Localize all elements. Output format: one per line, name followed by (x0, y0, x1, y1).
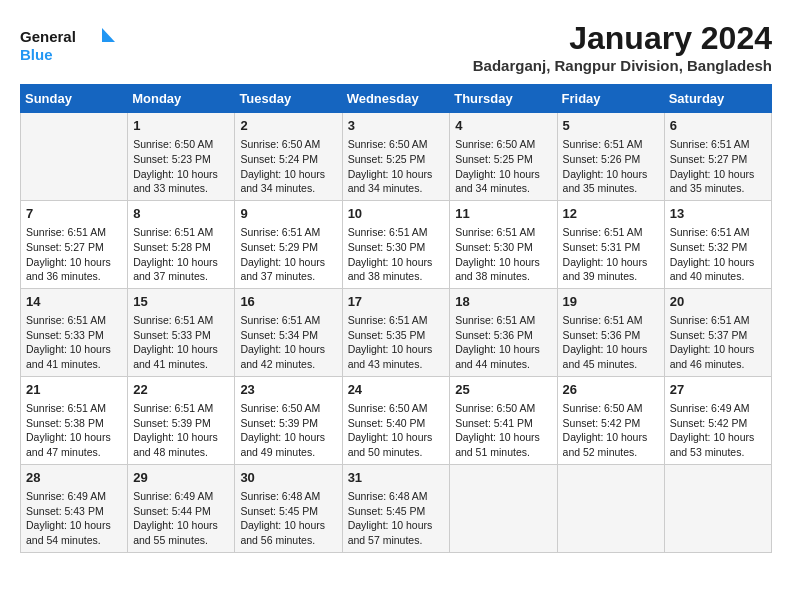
calendar-cell: 19Sunrise: 6:51 AM Sunset: 5:36 PM Dayli… (557, 288, 664, 376)
calendar-cell: 4Sunrise: 6:50 AM Sunset: 5:25 PM Daylig… (450, 113, 557, 201)
day-number: 6 (670, 117, 766, 135)
day-info: Sunrise: 6:51 AM Sunset: 5:36 PM Dayligh… (563, 313, 659, 372)
day-number: 17 (348, 293, 445, 311)
calendar-cell: 27Sunrise: 6:49 AM Sunset: 5:42 PM Dayli… (664, 376, 771, 464)
calendar-cell: 8Sunrise: 6:51 AM Sunset: 5:28 PM Daylig… (128, 200, 235, 288)
day-number: 29 (133, 469, 229, 487)
day-number: 26 (563, 381, 659, 399)
day-info: Sunrise: 6:51 AM Sunset: 5:35 PM Dayligh… (348, 313, 445, 372)
day-number: 23 (240, 381, 336, 399)
weekday-header-sunday: Sunday (21, 85, 128, 113)
calendar-cell: 23Sunrise: 6:50 AM Sunset: 5:39 PM Dayli… (235, 376, 342, 464)
day-number: 16 (240, 293, 336, 311)
day-number: 10 (348, 205, 445, 223)
week-row-3: 14Sunrise: 6:51 AM Sunset: 5:33 PM Dayli… (21, 288, 772, 376)
calendar-cell: 10Sunrise: 6:51 AM Sunset: 5:30 PM Dayli… (342, 200, 450, 288)
calendar-cell: 30Sunrise: 6:48 AM Sunset: 5:45 PM Dayli… (235, 464, 342, 552)
day-info: Sunrise: 6:50 AM Sunset: 5:23 PM Dayligh… (133, 137, 229, 196)
day-number: 11 (455, 205, 551, 223)
day-number: 5 (563, 117, 659, 135)
day-info: Sunrise: 6:51 AM Sunset: 5:30 PM Dayligh… (455, 225, 551, 284)
calendar-cell: 3Sunrise: 6:50 AM Sunset: 5:25 PM Daylig… (342, 113, 450, 201)
day-info: Sunrise: 6:51 AM Sunset: 5:27 PM Dayligh… (670, 137, 766, 196)
logo-svg: General Blue (20, 20, 120, 70)
weekday-header-monday: Monday (128, 85, 235, 113)
day-number: 4 (455, 117, 551, 135)
calendar-cell: 11Sunrise: 6:51 AM Sunset: 5:30 PM Dayli… (450, 200, 557, 288)
day-number: 30 (240, 469, 336, 487)
day-info: Sunrise: 6:50 AM Sunset: 5:42 PM Dayligh… (563, 401, 659, 460)
day-number: 18 (455, 293, 551, 311)
weekday-header-row: SundayMondayTuesdayWednesdayThursdayFrid… (21, 85, 772, 113)
calendar-cell: 31Sunrise: 6:48 AM Sunset: 5:45 PM Dayli… (342, 464, 450, 552)
day-number: 31 (348, 469, 445, 487)
day-info: Sunrise: 6:51 AM Sunset: 5:33 PM Dayligh… (133, 313, 229, 372)
calendar-cell: 17Sunrise: 6:51 AM Sunset: 5:35 PM Dayli… (342, 288, 450, 376)
weekday-header-thursday: Thursday (450, 85, 557, 113)
calendar-cell: 18Sunrise: 6:51 AM Sunset: 5:36 PM Dayli… (450, 288, 557, 376)
svg-text:Blue: Blue (20, 46, 53, 63)
day-info: Sunrise: 6:49 AM Sunset: 5:44 PM Dayligh… (133, 489, 229, 548)
day-info: Sunrise: 6:51 AM Sunset: 5:28 PM Dayligh… (133, 225, 229, 284)
day-number: 28 (26, 469, 122, 487)
logo: General Blue (20, 20, 120, 70)
day-number: 22 (133, 381, 229, 399)
day-number: 21 (26, 381, 122, 399)
calendar-cell: 22Sunrise: 6:51 AM Sunset: 5:39 PM Dayli… (128, 376, 235, 464)
day-info: Sunrise: 6:51 AM Sunset: 5:37 PM Dayligh… (670, 313, 766, 372)
day-info: Sunrise: 6:51 AM Sunset: 5:27 PM Dayligh… (26, 225, 122, 284)
day-number: 15 (133, 293, 229, 311)
day-info: Sunrise: 6:51 AM Sunset: 5:33 PM Dayligh… (26, 313, 122, 372)
calendar-cell: 15Sunrise: 6:51 AM Sunset: 5:33 PM Dayli… (128, 288, 235, 376)
day-info: Sunrise: 6:51 AM Sunset: 5:31 PM Dayligh… (563, 225, 659, 284)
day-info: Sunrise: 6:51 AM Sunset: 5:36 PM Dayligh… (455, 313, 551, 372)
calendar-cell: 9Sunrise: 6:51 AM Sunset: 5:29 PM Daylig… (235, 200, 342, 288)
calendar-cell: 21Sunrise: 6:51 AM Sunset: 5:38 PM Dayli… (21, 376, 128, 464)
day-info: Sunrise: 6:51 AM Sunset: 5:26 PM Dayligh… (563, 137, 659, 196)
day-number: 1 (133, 117, 229, 135)
calendar-cell: 5Sunrise: 6:51 AM Sunset: 5:26 PM Daylig… (557, 113, 664, 201)
calendar-cell: 1Sunrise: 6:50 AM Sunset: 5:23 PM Daylig… (128, 113, 235, 201)
day-number: 7 (26, 205, 122, 223)
week-row-4: 21Sunrise: 6:51 AM Sunset: 5:38 PM Dayli… (21, 376, 772, 464)
calendar-cell: 25Sunrise: 6:50 AM Sunset: 5:41 PM Dayli… (450, 376, 557, 464)
calendar-cell: 7Sunrise: 6:51 AM Sunset: 5:27 PM Daylig… (21, 200, 128, 288)
svg-text:General: General (20, 28, 76, 45)
day-info: Sunrise: 6:50 AM Sunset: 5:41 PM Dayligh… (455, 401, 551, 460)
day-info: Sunrise: 6:51 AM Sunset: 5:29 PM Dayligh… (240, 225, 336, 284)
day-info: Sunrise: 6:48 AM Sunset: 5:45 PM Dayligh… (348, 489, 445, 548)
calendar-cell: 28Sunrise: 6:49 AM Sunset: 5:43 PM Dayli… (21, 464, 128, 552)
weekday-header-tuesday: Tuesday (235, 85, 342, 113)
title-block: January 2024 Badarganj, Rangpur Division… (473, 20, 772, 74)
day-info: Sunrise: 6:51 AM Sunset: 5:34 PM Dayligh… (240, 313, 336, 372)
day-number: 2 (240, 117, 336, 135)
day-number: 25 (455, 381, 551, 399)
calendar-cell (664, 464, 771, 552)
calendar-table: SundayMondayTuesdayWednesdayThursdayFrid… (20, 84, 772, 553)
day-info: Sunrise: 6:48 AM Sunset: 5:45 PM Dayligh… (240, 489, 336, 548)
calendar-cell: 14Sunrise: 6:51 AM Sunset: 5:33 PM Dayli… (21, 288, 128, 376)
day-info: Sunrise: 6:51 AM Sunset: 5:32 PM Dayligh… (670, 225, 766, 284)
day-info: Sunrise: 6:50 AM Sunset: 5:24 PM Dayligh… (240, 137, 336, 196)
week-row-1: 1Sunrise: 6:50 AM Sunset: 5:23 PM Daylig… (21, 113, 772, 201)
month-title: January 2024 (473, 20, 772, 57)
calendar-cell (450, 464, 557, 552)
day-number: 24 (348, 381, 445, 399)
day-number: 14 (26, 293, 122, 311)
day-info: Sunrise: 6:50 AM Sunset: 5:40 PM Dayligh… (348, 401, 445, 460)
day-info: Sunrise: 6:50 AM Sunset: 5:25 PM Dayligh… (455, 137, 551, 196)
day-info: Sunrise: 6:51 AM Sunset: 5:30 PM Dayligh… (348, 225, 445, 284)
calendar-cell: 26Sunrise: 6:50 AM Sunset: 5:42 PM Dayli… (557, 376, 664, 464)
day-number: 13 (670, 205, 766, 223)
calendar-cell: 16Sunrise: 6:51 AM Sunset: 5:34 PM Dayli… (235, 288, 342, 376)
weekday-header-saturday: Saturday (664, 85, 771, 113)
calendar-cell: 20Sunrise: 6:51 AM Sunset: 5:37 PM Dayli… (664, 288, 771, 376)
week-row-2: 7Sunrise: 6:51 AM Sunset: 5:27 PM Daylig… (21, 200, 772, 288)
calendar-cell (557, 464, 664, 552)
day-number: 19 (563, 293, 659, 311)
calendar-cell: 24Sunrise: 6:50 AM Sunset: 5:40 PM Dayli… (342, 376, 450, 464)
page-header: General Blue January 2024 Badarganj, Ran… (20, 20, 772, 74)
calendar-cell: 13Sunrise: 6:51 AM Sunset: 5:32 PM Dayli… (664, 200, 771, 288)
weekday-header-friday: Friday (557, 85, 664, 113)
calendar-cell (21, 113, 128, 201)
